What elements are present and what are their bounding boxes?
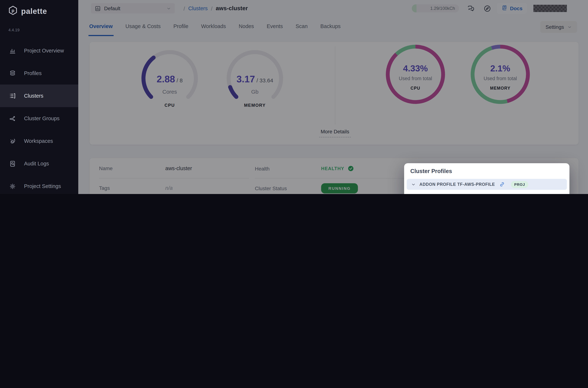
sidebar-item-label: Workspaces	[24, 138, 53, 144]
app-version: 4.4.19	[8, 28, 20, 32]
cluster-profiles-panel: Cluster Profiles ADDON PROFILE TF-AWS-PR…	[404, 163, 569, 194]
profile-section-label: ADDON PROFILE TF-AWS-PROFILE	[419, 182, 495, 187]
chevron-down-icon	[411, 182, 416, 187]
palette-app: p palette 4.4.19 Project Overview Profil…	[0, 0, 588, 194]
orbit-icon	[9, 138, 16, 145]
sidebar-item-label: Cluster Groups	[24, 116, 60, 121]
palette-logo-text: palette	[21, 7, 47, 16]
sidebar-item-label: Project Overview	[24, 48, 64, 53]
layers-icon	[9, 70, 16, 77]
sidebar-item-project-overview[interactable]: Project Overview	[0, 39, 78, 62]
sidebar-item-label: Clusters	[24, 93, 43, 99]
sidebar-item-audit-logs[interactable]: Audit Logs	[0, 152, 78, 175]
sidebar-item-project-settings[interactable]: Project Settings	[0, 175, 78, 194]
profile-section-header-addon-profile-tf-aws-profile[interactable]: ADDON PROFILE TF-AWS-PROFILE PROJ	[407, 179, 567, 190]
svg-text:p: p	[11, 8, 14, 13]
profile-pack-list: Kubecost 1.103.3 Hello Universe 1.2.0	[407, 190, 567, 194]
sidebar-menu: Project Overview Profiles Clusters Clust…	[0, 39, 78, 194]
cluster-profiles-title: Cluster Profiles	[404, 163, 569, 177]
sidebar-item-clusters[interactable]: Clusters	[0, 85, 78, 107]
doc-search-icon	[9, 160, 16, 167]
sidebar-item-label: Profiles	[24, 70, 42, 76]
sidebar-item-label: Project Settings	[24, 183, 61, 189]
palette-logo-icon: p	[8, 5, 18, 17]
bar-chart-icon	[9, 47, 16, 54]
scope-badge: PROJ	[511, 181, 528, 188]
palette-logo: p palette	[8, 5, 47, 17]
network-icon	[9, 115, 16, 122]
sidebar-item-profiles[interactable]: Profiles	[0, 62, 78, 85]
sidebar-item-workspaces[interactable]: Workspaces	[0, 130, 78, 152]
link-icon[interactable]	[499, 181, 505, 187]
pack-item-kubecost-1-103-3[interactable]: Kubecost 1.103.3	[407, 190, 567, 194]
cluster-profiles-sections: ADDON PROFILE TF-AWS-PROFILE PROJ Kubeco…	[404, 179, 569, 194]
sidebar-item-label: Audit Logs	[24, 161, 49, 167]
sidebar: p palette 4.4.19 Project Overview Profil…	[0, 0, 78, 194]
gear-icon	[9, 183, 16, 190]
servers-icon	[9, 92, 16, 99]
sidebar-item-cluster-groups[interactable]: Cluster Groups	[0, 107, 78, 130]
